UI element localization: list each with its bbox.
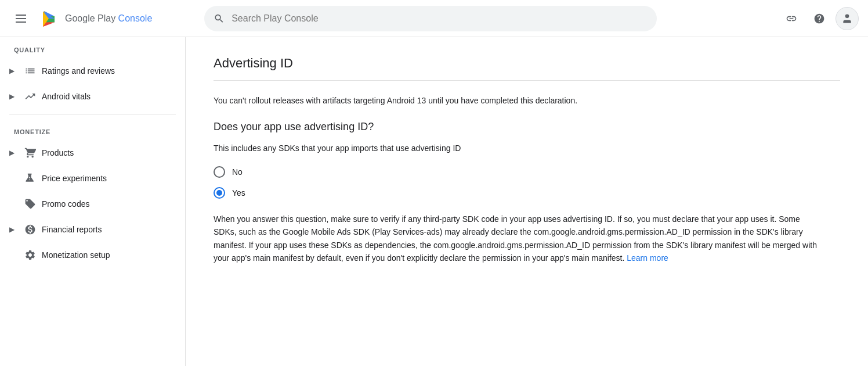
price-experiments-label: Price experiments	[42, 174, 107, 183]
content-divider	[214, 80, 840, 81]
subtitle-text: This includes any SDKs that your app imp…	[214, 142, 840, 155]
monetization-setup-label: Monetization setup	[42, 250, 110, 260]
svg-point-1	[845, 14, 849, 18]
warning-text: You can't rollout releases with artifact…	[214, 95, 840, 107]
ratings-reviews-label: Ratings and reviews	[42, 66, 115, 76]
hamburger-menu-button[interactable]	[9, 7, 32, 30]
description-text: When you answer this question, make sure…	[214, 213, 823, 265]
expand-arrow-icon: ▶	[5, 146, 19, 160]
expand-arrow-icon: ▶	[5, 89, 19, 103]
sidebar-item-products[interactable]: ▶ Products	[0, 140, 180, 166]
radio-no-label: No	[232, 167, 243, 177]
sidebar-item-monetization-setup[interactable]: ▶ Monetization setup	[0, 242, 180, 268]
expand-arrow-icon: ▶	[5, 64, 19, 78]
topbar-actions	[780, 7, 859, 30]
radio-yes-circle	[214, 187, 225, 199]
products-label: Products	[42, 148, 74, 157]
radio-option-no[interactable]: No	[214, 166, 840, 178]
financial-reports-label: Financial reports	[42, 225, 102, 234]
list-icon	[23, 64, 37, 78]
main-layout: Quality ▶ Ratings and reviews ▶ Android …	[0, 37, 868, 366]
radio-group: No Yes	[214, 166, 840, 199]
sidebar-item-ratings-reviews[interactable]: ▶ Ratings and reviews	[0, 58, 180, 84]
dollar-icon	[23, 223, 37, 236]
sidebar-item-promo-codes[interactable]: ▶ Promo codes	[0, 191, 180, 217]
radio-yes-label: Yes	[232, 188, 245, 198]
user-avatar-button[interactable]	[836, 7, 859, 30]
topbar: Google Play Console	[0, 0, 868, 37]
flask-icon	[23, 171, 37, 185]
content-area: Advertising ID You can't rollout release…	[186, 37, 868, 366]
promo-icon	[23, 197, 37, 211]
monetize-section-label: Monetize	[0, 119, 185, 140]
gear-icon	[23, 248, 37, 262]
logo-area: Google Play Console	[39, 8, 152, 29]
hamburger-icon	[11, 10, 31, 27]
expand-arrow-icon: ▶	[5, 223, 19, 236]
radio-no-circle	[214, 166, 225, 178]
help-icon	[813, 13, 825, 24]
cart-icon	[23, 146, 37, 160]
promo-codes-label: Promo codes	[42, 199, 89, 209]
sidebar-item-android-vitals[interactable]: ▶ Android vitals	[0, 84, 180, 109]
link-icon	[786, 13, 797, 24]
sidebar-item-financial-reports[interactable]: ▶ Financial reports	[0, 217, 180, 242]
sidebar-item-price-experiments[interactable]: ▶ Price experiments	[0, 166, 180, 191]
search-bar	[204, 6, 657, 31]
topbar-left: Google Play Console	[9, 7, 195, 30]
sidebar: Quality ▶ Ratings and reviews ▶ Android …	[0, 37, 186, 366]
sidebar-divider	[9, 114, 176, 114]
google-play-logo-icon	[39, 8, 60, 29]
person-icon	[841, 13, 853, 24]
search-icon	[214, 13, 225, 24]
search-input[interactable]	[232, 13, 648, 24]
question-title: Does your app use advertising ID?	[214, 121, 840, 133]
help-button[interactable]	[808, 7, 831, 30]
radio-option-yes[interactable]: Yes	[214, 187, 840, 199]
page-title: Advertising ID	[214, 56, 840, 71]
link-button[interactable]	[780, 7, 803, 30]
quality-section-label: Quality	[0, 37, 185, 58]
logo-text: Google Play Console	[65, 13, 152, 24]
learn-more-link[interactable]: Learn more	[627, 253, 668, 263]
vitals-icon	[23, 89, 37, 103]
android-vitals-label: Android vitals	[42, 92, 91, 101]
